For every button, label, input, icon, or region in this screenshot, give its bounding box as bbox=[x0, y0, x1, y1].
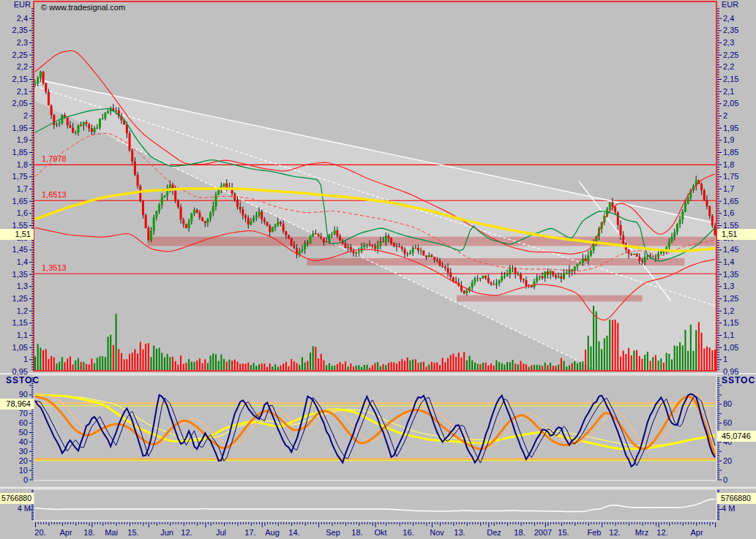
currency-label-left: EUR bbox=[0, 0, 31, 10]
price-tick-label-right: 0,95 bbox=[723, 367, 738, 376]
copyright-text: © www.tradesignal.com bbox=[41, 3, 125, 12]
price-tick-label-right: 1,2 bbox=[723, 306, 734, 315]
tradesignal-chart-window: EUR EUR © www.tradesignal.com 1,7978 1,6… bbox=[0, 0, 756, 539]
price-tick-label-left: 2,2 bbox=[0, 62, 28, 71]
volume-axis-4m-right: 4 M bbox=[722, 504, 735, 513]
date-tick-label: 14. bbox=[281, 528, 307, 537]
price-tick-label-left: 2,1 bbox=[0, 87, 28, 96]
price-tick-label-left: 1,4 bbox=[0, 257, 28, 266]
hline-label-16513: 1,6513 bbox=[42, 190, 67, 200]
price-tick-label-right: 2,4 bbox=[723, 14, 734, 23]
sstoc-panel-frame bbox=[34, 375, 716, 480]
sstoc-tick-label-left: 40 bbox=[0, 437, 28, 446]
price-tick-label-right: 1,95 bbox=[723, 124, 738, 132]
hline-label-17978: 1,7978 bbox=[42, 154, 67, 164]
date-tick-label: 16. bbox=[395, 528, 422, 537]
sstoc-tick-label-right: 80 bbox=[723, 399, 732, 408]
date-tick-label: 12. bbox=[649, 528, 675, 537]
price-tick-label-left: 1,35 bbox=[0, 270, 28, 279]
sstoc-tick-label-right: 60 bbox=[723, 418, 732, 427]
volume-axis-4m-left: 4 M bbox=[0, 504, 31, 513]
price-tick-label-left: 1,75 bbox=[0, 172, 28, 181]
date-tick-label: 13. bbox=[446, 528, 473, 537]
price-tick-label-right: 1,1 bbox=[723, 331, 734, 339]
sstoc-tick-label-right: 0 bbox=[723, 475, 727, 484]
price-tick-label-left: 1,1 bbox=[0, 331, 28, 339]
price-tick-label-left: 1,6 bbox=[0, 208, 28, 217]
price-tick-label-right: 1,05 bbox=[723, 343, 738, 352]
sstoc-tick-label-left: 20 bbox=[0, 456, 28, 465]
price-tick-label-right: 2,3 bbox=[723, 38, 734, 47]
sstoc-title-left: SSTOC bbox=[6, 376, 40, 385]
price-tick-label-left: 1,2 bbox=[0, 306, 28, 315]
price-tick-label-left: 2,3 bbox=[0, 38, 28, 47]
sstoc-tick-label-left: 70 bbox=[0, 409, 28, 418]
price-tick-label-left: 0,95 bbox=[0, 367, 28, 376]
last-price-badge-right: 1,51 bbox=[717, 229, 756, 240]
date-tick-label: Apr bbox=[53, 528, 79, 537]
sstoc-tick-label-left: 30 bbox=[0, 447, 28, 456]
price-tick-label-right: 1,6 bbox=[723, 208, 734, 217]
volume-value-badge-left: 5766880 bbox=[0, 493, 34, 504]
price-tick-label-right: 1,15 bbox=[723, 318, 738, 327]
price-tick-label-left: 1,65 bbox=[0, 197, 28, 206]
date-tick-label: 15. bbox=[120, 528, 146, 537]
sstoc-tick-label-right: 20 bbox=[723, 456, 732, 465]
date-tick-label: 18. bbox=[344, 528, 370, 537]
chart-canvas[interactable] bbox=[0, 0, 756, 539]
price-tick-label-right: 1 bbox=[723, 355, 727, 363]
support-zone bbox=[147, 237, 715, 246]
price-tick-label-right: 1,65 bbox=[723, 197, 738, 206]
date-tick-label: Apr bbox=[684, 528, 710, 537]
price-plot-area[interactable] bbox=[34, 51, 716, 426]
price-tick-label-right: 1,75 bbox=[723, 172, 738, 181]
date-tick-label: Sep bbox=[320, 528, 346, 537]
price-tick-label-right: 1,8 bbox=[723, 160, 734, 169]
price-tick-label-left: 1 bbox=[0, 355, 28, 363]
sstoc-value-badge-left: 78,964 bbox=[0, 399, 34, 410]
price-tick-label-left: 1,9 bbox=[0, 135, 28, 144]
price-tick-label-left: 2,25 bbox=[0, 50, 28, 59]
last-price-badge-left: 1,51 bbox=[0, 229, 34, 240]
price-tick-label-right: 1,35 bbox=[723, 270, 738, 279]
date-tick-label: 12. bbox=[173, 528, 200, 537]
price-tick-label-left: 2,15 bbox=[0, 75, 28, 83]
sstoc-plot-area[interactable] bbox=[34, 394, 716, 467]
sstoc-tick-label-left: 60 bbox=[0, 418, 28, 427]
volume-plot-area[interactable] bbox=[35, 500, 715, 512]
price-tick-label-left: 2,35 bbox=[0, 26, 28, 34]
date-tick-label: 18. bbox=[506, 528, 533, 537]
price-tick-label-right: 1,4 bbox=[723, 257, 734, 266]
currency-label-right: EUR bbox=[722, 0, 738, 10]
price-tick-label-right: 1,25 bbox=[723, 294, 738, 303]
support-zone bbox=[307, 258, 685, 265]
price-tick-label-left: 1,8 bbox=[0, 160, 28, 169]
price-tick-label-left: 1,85 bbox=[0, 148, 28, 157]
price-tick-label-right: 2,2 bbox=[723, 62, 734, 71]
price-tick-label-left: 1,05 bbox=[0, 343, 28, 352]
price-tick-label-left: 1,3 bbox=[0, 282, 28, 290]
price-tick-label-right: 2,25 bbox=[723, 50, 738, 59]
sstoc-tick-label-left: 10 bbox=[0, 466, 28, 475]
price-tick-label-right: 2,05 bbox=[723, 99, 738, 108]
price-tick-label-right: 1,7 bbox=[723, 184, 734, 193]
price-tick-label-left: 1,95 bbox=[0, 124, 28, 132]
date-tick-label: 12. bbox=[602, 528, 628, 537]
hline-label-13513: 1,3513 bbox=[42, 263, 67, 273]
support-zone bbox=[457, 295, 643, 302]
price-tick-label-right: 1,3 bbox=[723, 282, 734, 290]
price-tick-label-right: 1,45 bbox=[723, 245, 738, 254]
sstoc-tick-label-left: 50 bbox=[0, 428, 28, 437]
price-tick-label-right: 1,9 bbox=[723, 135, 734, 144]
date-tick-label: Okt bbox=[367, 528, 394, 537]
sstoc-value-badge-right: 45,0746 bbox=[717, 431, 756, 442]
price-tick-label-right: 2 bbox=[723, 111, 727, 120]
price-tick-label-right: 1,85 bbox=[723, 148, 738, 157]
sstoc-tick-label-left: 90 bbox=[0, 390, 28, 399]
price-tick-label-left: 2,4 bbox=[0, 14, 28, 23]
date-tick-label: Jul bbox=[208, 528, 234, 537]
price-tick-label-right: 2,15 bbox=[723, 75, 738, 83]
price-tick-label-left: 2 bbox=[0, 111, 28, 120]
price-tick-label-left: 1,15 bbox=[0, 318, 28, 327]
price-tick-label-left: 1,45 bbox=[0, 245, 28, 254]
